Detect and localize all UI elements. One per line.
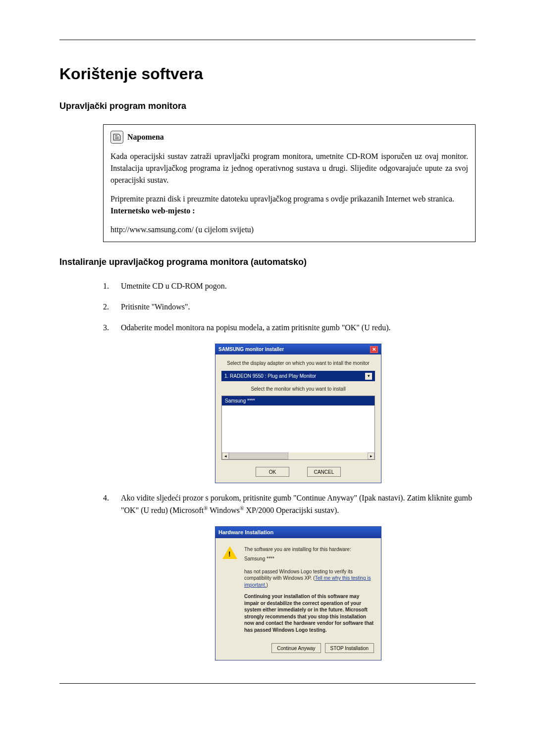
dialog2-warning-paragraph: Continuing your installation of this sof… bbox=[244, 593, 374, 633]
note-header: Napomena bbox=[110, 131, 468, 144]
main-title: Korištenje softvera bbox=[59, 65, 476, 83]
step-3: Odaberite model monitora na popisu model… bbox=[103, 322, 476, 483]
document-page: Korištenje softvera Upravljački program … bbox=[0, 0, 535, 713]
scroll-thumb[interactable] bbox=[229, 453, 288, 459]
step-1: Umetnite CD u CD-ROM pogon. bbox=[103, 280, 476, 292]
adapter-combobox[interactable]: 1. RADEON 9550 : Plug and Play Monitor ▾ bbox=[221, 371, 375, 381]
dialog1-title: SAMSUNG monitor installer bbox=[218, 346, 284, 353]
top-horizontal-rule bbox=[59, 40, 476, 40]
note-icon bbox=[110, 131, 123, 144]
install-steps-list: Umetnite CD u CD-ROM pogon. Pritisnite "… bbox=[103, 280, 476, 660]
monitor-list-selected[interactable]: Samsung **** bbox=[222, 396, 374, 405]
note-label: Napomena bbox=[127, 131, 164, 143]
note-paragraph-2-text: Pripremite prazni disk i preuzmite datot… bbox=[110, 195, 454, 203]
dialog2-line-2b: ) bbox=[266, 582, 268, 588]
dialog2-line-2: has not passed Windows Logo testing to v… bbox=[244, 568, 374, 589]
chevron-down-icon[interactable]: ▾ bbox=[365, 373, 372, 380]
scroll-track[interactable] bbox=[288, 453, 368, 459]
dialog2-line-1: The software you are installing for this… bbox=[244, 546, 374, 553]
warning-icon bbox=[222, 546, 237, 561]
note-link-label: Internetsko web-mjesto : bbox=[110, 206, 195, 215]
note-url: http://www.samsung.com/ (u cijelom svije… bbox=[110, 224, 468, 236]
step-4-text-mid: Windows bbox=[208, 506, 240, 514]
dialog1-instruction-1: Select the display adapter on which you … bbox=[221, 359, 375, 367]
scroll-right-icon[interactable]: ▸ bbox=[368, 453, 374, 459]
note-paragraph-1: Kada operacijski sustav zatraži upravlja… bbox=[110, 151, 468, 186]
adapter-combo-value: 1. RADEON 9550 : Plug and Play Monitor bbox=[224, 372, 316, 380]
cancel-button[interactable]: CANCEL bbox=[307, 467, 341, 477]
monitor-listbox[interactable]: Samsung **** ◂ ▸ bbox=[221, 396, 375, 460]
step-4: Ako vidite sljedeći prozor s porukom, pr… bbox=[103, 492, 476, 660]
dialog2-text: The software you are installing for this… bbox=[244, 546, 374, 634]
installer-dialog: SAMSUNG monitor installer ✕ Select the d… bbox=[215, 344, 381, 483]
horizontal-scrollbar[interactable]: ◂ ▸ bbox=[222, 453, 374, 459]
dialog1-instruction-2: Select the monitor which you want to ins… bbox=[221, 385, 375, 393]
section-title-driver: Upravljački program monitora bbox=[59, 101, 476, 111]
dialog1-titlebar: SAMSUNG monitor installer ✕ bbox=[215, 344, 381, 354]
note-box: Napomena Kada operacijski sustav zatraži… bbox=[103, 124, 476, 242]
section-title-install: Instaliranje upravljačkog programa monit… bbox=[59, 257, 476, 267]
step-3-text: Odaberite model monitora na popisu model… bbox=[121, 323, 390, 332]
registered-icon-1: ® bbox=[204, 505, 208, 511]
dialog1-button-row: OK CANCEL bbox=[221, 467, 375, 477]
dialog2-titlebar: Hardware Installation bbox=[215, 527, 381, 538]
dialog1-body: Select the display adapter on which you … bbox=[215, 354, 381, 483]
hardware-installation-dialog: Hardware Installation The software you a… bbox=[215, 526, 381, 660]
step-4-text-post: XP/2000 Operacijski sustav). bbox=[244, 506, 339, 514]
stop-installation-button[interactable]: STOP Installation bbox=[325, 643, 374, 653]
dialog2-body: The software you are installing for this… bbox=[215, 538, 381, 640]
step-2: Pritisnite "Windows". bbox=[103, 301, 476, 313]
dialog2-product-name: Samsung **** bbox=[244, 555, 374, 562]
dialog2-button-row: Continue Anyway STOP Installation bbox=[215, 639, 381, 660]
close-icon[interactable]: ✕ bbox=[370, 346, 378, 353]
bottom-horizontal-rule bbox=[59, 683, 476, 684]
ok-button[interactable]: OK bbox=[256, 467, 289, 477]
scroll-left-icon[interactable]: ◂ bbox=[222, 453, 229, 459]
note-paragraph-2: Pripremite prazni disk i preuzmite datot… bbox=[110, 193, 468, 217]
continue-anyway-button[interactable]: Continue Anyway bbox=[271, 643, 321, 653]
